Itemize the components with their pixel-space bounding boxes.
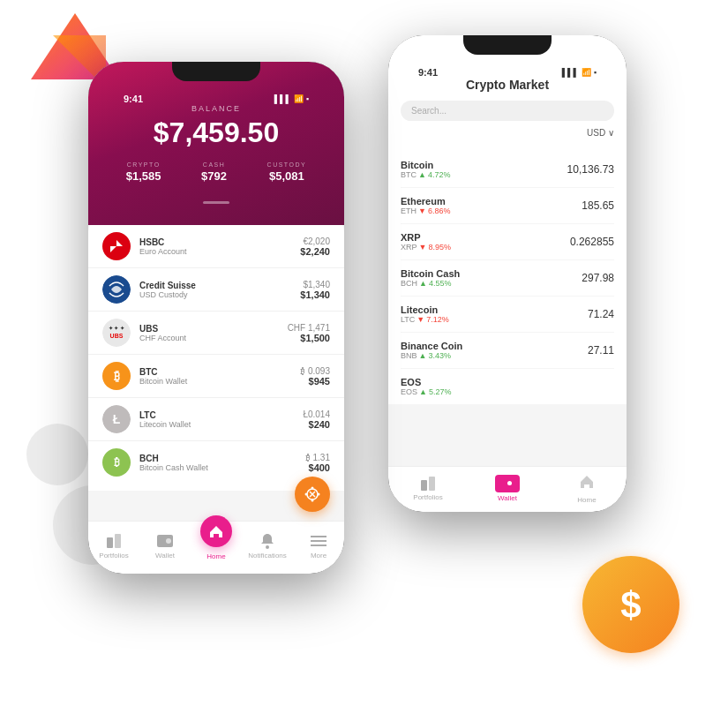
eos-ticker: EOS ▲ 5.27% bbox=[401, 387, 451, 396]
currency-selector[interactable]: USD ∨ bbox=[401, 128, 614, 138]
ethereum-change: 6.86% bbox=[428, 207, 451, 215]
ltc-market-ticker: LTC ▼ 7.12% bbox=[401, 315, 449, 324]
list-item[interactable]: Credit Suisse USD Custody $1,340 $1,340 bbox=[88, 268, 344, 312]
right-wallet-icon bbox=[495, 475, 520, 492]
btc-native: ₿ 0.093 bbox=[301, 366, 330, 376]
notifications-label: Notifications bbox=[248, 552, 287, 560]
svg-text:Ł: Ł bbox=[113, 412, 121, 426]
balance-breakdown: CRYPTO $1,585 CASH $792 CUSTODY $5,081 bbox=[106, 161, 326, 183]
right-portfolios-icon bbox=[420, 476, 436, 492]
right-status-icons: ▌▌▌ 📶 ▪ bbox=[562, 68, 597, 77]
svg-rect-26 bbox=[166, 538, 171, 544]
nav-notifications[interactable]: Notifications bbox=[242, 532, 293, 560]
eos-name: EOS bbox=[401, 377, 451, 387]
right-nav-wallet[interactable]: Wallet bbox=[468, 475, 547, 502]
btc-usd: $945 bbox=[301, 376, 330, 387]
bch-info: BCH Bitcoin Cash Wallet bbox=[139, 454, 306, 472]
right-wifi-icon: 📶 bbox=[582, 68, 591, 77]
svg-rect-33 bbox=[500, 478, 514, 489]
account-list: HSBC Euro Account €2,020 $2,240 bbox=[88, 218, 344, 491]
ubs-logo: ✦ ✦ ✦ UBS bbox=[102, 319, 131, 347]
svg-point-27 bbox=[266, 545, 269, 549]
search-bar[interactable]: Search... bbox=[401, 101, 614, 121]
ubs-usd: $1,500 bbox=[288, 333, 330, 343]
nav-home[interactable]: Home bbox=[191, 531, 242, 560]
svg-point-21 bbox=[311, 499, 314, 502]
ltc-change-icon: ▼ bbox=[417, 315, 424, 324]
nav-portfolios[interactable]: Portfolios bbox=[88, 532, 139, 560]
list-item[interactable]: EOS EOS ▲ 5.27% bbox=[401, 369, 614, 404]
right-wallet-label: Wallet bbox=[498, 494, 517, 502]
right-nav-home[interactable]: Home bbox=[547, 473, 627, 504]
list-item[interactable]: Ethereum ETH ▼ 6.86% 185.65 bbox=[401, 188, 614, 224]
eos-change-icon: ▲ bbox=[419, 387, 427, 396]
svg-rect-23 bbox=[107, 537, 113, 548]
nav-more[interactable]: More bbox=[293, 532, 344, 560]
portfolios-icon bbox=[105, 532, 123, 550]
bch-market-price: 297.98 bbox=[582, 272, 614, 284]
more-label: More bbox=[311, 552, 326, 560]
ethereum-name: Ethereum bbox=[401, 196, 450, 207]
market-title: Crypto Market bbox=[401, 78, 614, 92]
svg-rect-32 bbox=[429, 477, 435, 491]
list-item[interactable]: XRP XRP ▼ 8.95% 0.262855 bbox=[401, 224, 614, 260]
left-phone-notch bbox=[172, 62, 260, 81]
more-icon bbox=[310, 532, 327, 550]
cash-value: $792 bbox=[201, 169, 227, 183]
ltc-market-name: Litecoin bbox=[401, 304, 449, 315]
right-nav-portfolios[interactable]: Portfolios bbox=[388, 476, 468, 501]
list-item[interactable]: ₿ BTC Bitcoin Wallet ₿ 0.093 $945 bbox=[88, 355, 344, 398]
crypto-value: $1,585 bbox=[126, 169, 161, 183]
list-item[interactable]: Litecoin LTC ▼ 7.12% 71.24 bbox=[401, 297, 614, 333]
ltc-bank-name: LTC bbox=[139, 410, 303, 420]
balance-label: BALANCE bbox=[106, 104, 326, 113]
right-home-icon bbox=[578, 473, 596, 494]
ubs-amounts: CHF 1,471 $1,500 bbox=[288, 323, 330, 343]
list-item[interactable]: ✦ ✦ ✦ UBS UBS CHF Account CHF 1,471 $1,5… bbox=[88, 312, 344, 355]
list-item[interactable]: Ł LTC Litecoin Wallet Ł0.014 $240 bbox=[88, 398, 344, 441]
crypto-balance: CRYPTO $1,585 bbox=[126, 161, 161, 183]
left-status-bar: 9:41 ▌▌▌ 📶 ▪ bbox=[106, 86, 326, 104]
ltc-logo: Ł bbox=[102, 405, 131, 433]
ethereum-change-icon: ▼ bbox=[418, 207, 426, 215]
signal-icon: ▌▌▌ bbox=[274, 94, 291, 103]
bch-market-info: Bitcoin Cash BCH ▲ 4.55% bbox=[401, 268, 460, 288]
svg-point-20 bbox=[318, 493, 320, 496]
list-item[interactable]: Bitcoin Cash BCH ▲ 4.55% 297.98 bbox=[401, 260, 614, 297]
ltc-info: LTC Litecoin Wallet bbox=[139, 410, 303, 429]
portfolios-label: Portfolios bbox=[99, 552, 128, 560]
bch-market-name: Bitcoin Cash bbox=[401, 268, 460, 279]
balance-amount: $7,459.50 bbox=[106, 116, 326, 149]
bch-logo: ₿ bbox=[102, 448, 131, 477]
hsbc-bank-name: HSBC bbox=[139, 237, 300, 247]
bitcoin-change: 4.72% bbox=[428, 170, 451, 179]
xrp-price: 0.262855 bbox=[570, 236, 614, 248]
list-item[interactable]: Binance Coin BNB ▲ 3.43% 27.11 bbox=[401, 333, 614, 369]
bnb-change-icon: ▲ bbox=[419, 351, 427, 360]
ltc-usd: $240 bbox=[303, 419, 330, 430]
svg-text:$: $ bbox=[620, 584, 641, 626]
custody-value: $5,081 bbox=[267, 169, 307, 183]
bch-change-icon: ▲ bbox=[419, 279, 427, 288]
right-signal-icon: ▌▌▌ bbox=[562, 68, 579, 77]
credit-suisse-account-type: USD Custody bbox=[139, 290, 300, 299]
right-home-label: Home bbox=[577, 496, 596, 504]
credit-suisse-native: $1,340 bbox=[300, 280, 330, 289]
crypto-list: Bitcoin BTC ▲ 4.72% 10,136.73 Ethereum E… bbox=[388, 152, 627, 404]
list-item[interactable]: HSBC Euro Account €2,020 $2,240 bbox=[88, 225, 344, 268]
right-phone-screen: 9:41 ▌▌▌ 📶 ▪ Crypto Market Search... USD… bbox=[388, 35, 627, 512]
ltc-account-type: Litecoin Wallet bbox=[139, 420, 303, 429]
right-status-bar: 9:41 ▌▌▌ 📶 ▪ bbox=[401, 60, 614, 78]
left-status-time: 9:41 bbox=[124, 94, 143, 104]
hsbc-usd-amount: $2,240 bbox=[300, 246, 330, 257]
bch-native: ₿ 1.31 bbox=[306, 453, 330, 462]
right-battery-icon: ▪ bbox=[594, 68, 597, 77]
credit-suisse-info: Credit Suisse USD Custody bbox=[139, 281, 300, 299]
ethereum-ticker: ETH ▼ 6.86% bbox=[401, 207, 450, 215]
wallet-label: Wallet bbox=[155, 552, 175, 560]
nav-wallet[interactable]: Wallet bbox=[139, 532, 191, 560]
cash-label: CASH bbox=[201, 161, 227, 168]
list-item[interactable]: Bitcoin BTC ▲ 4.72% 10,136.73 bbox=[401, 152, 614, 188]
hsbc-logo bbox=[102, 232, 131, 260]
fab-button[interactable] bbox=[295, 477, 330, 512]
